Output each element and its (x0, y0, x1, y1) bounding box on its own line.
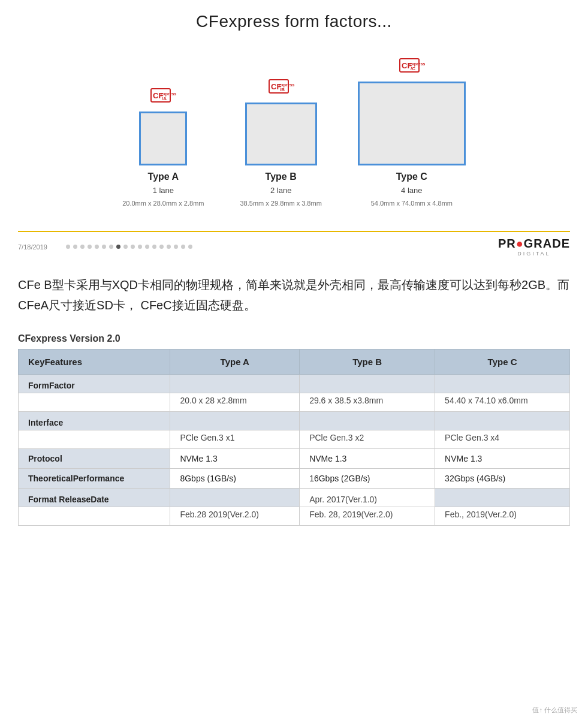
cfexpress-table: KeyFeatures Type A Type B Type C FormFac… (18, 349, 570, 526)
watermark: 值↑ 什么值得买 (529, 704, 581, 716)
table-row-performance: TheoreticalPerformance 8Gbps (1GB/s) 16G… (19, 469, 570, 489)
table-row-formfactor-label: FormFactor (19, 375, 570, 393)
releasedate-type-b: Feb. 28, 2019(Ver.2.0) (300, 507, 435, 526)
releasedate-type-a: Feb.28 2019(Ver.2.0) (170, 507, 300, 526)
interface-b-empty (300, 412, 435, 430)
card-dims-b: 38.5mm x 29.8mm x 3.8mm (240, 200, 322, 207)
cf-logo-c: CF express /C (399, 55, 425, 78)
protocol-type-c: NVMe 1.3 (435, 449, 570, 469)
col-header-type-c: Type C (435, 350, 570, 375)
card-dims-a: 20.0mm x 28.0mm x 2.8mm (122, 200, 204, 207)
releasedate-type-c: Feb., 2019(Ver.2.0) (435, 507, 570, 526)
formfactor-a-empty (170, 375, 300, 393)
formfactor-label: FormFactor (19, 375, 170, 393)
performance-type-a: 8Gbps (1GB/s) (170, 469, 300, 489)
interface-c-empty (435, 412, 570, 430)
dot-16 (174, 245, 178, 249)
dot-11 (138, 245, 142, 249)
svg-text:/B: /B (280, 87, 285, 92)
dot-12 (145, 245, 149, 249)
card-type-b-label: Type B (266, 171, 297, 182)
releasedate-c-empty (435, 489, 570, 507)
formfactor-col0 (19, 393, 170, 412)
table-row-releasedate-label: Format ReleaseDate Apr. 2017(Ver.1.0) (19, 489, 570, 507)
table-section: CFexpress Version 2.0 KeyFeatures Type A… (18, 333, 570, 526)
protocol-type-b: NVMe 1.3 (300, 449, 435, 469)
interface-col0 (19, 430, 170, 449)
releasedate-b-top: Apr. 2017(Ver.1.0) (300, 489, 435, 507)
dot-7 (109, 245, 113, 249)
card-lane-a: 1 lane (153, 186, 174, 195)
progress-dots (60, 245, 498, 249)
card-visual-c (358, 82, 466, 165)
card-visual-a (139, 112, 187, 165)
table-row-interface-label: Interface (19, 412, 570, 430)
dot-9 (123, 245, 128, 249)
diagram-date: 7/18/2019 (18, 243, 60, 251)
protocol-label: Protocol (19, 449, 170, 469)
dot-2 (73, 245, 77, 249)
dot-15 (167, 245, 171, 249)
dot-4 (88, 245, 92, 249)
prograde-sub-text: DIGITAL (498, 251, 570, 257)
bottom-bar: 7/18/2019 PR●GRADE DIGITAL (18, 231, 570, 257)
performance-type-c: 32Gbps (4GB/s) (435, 469, 570, 489)
formfactor-type-b: 29.6 x 38.5 x3.8mm (300, 393, 435, 412)
interface-type-a: PCle Gen.3 x1 (170, 430, 300, 449)
card-type-a-label: Type A (148, 171, 179, 182)
performance-label: TheoreticalPerformance (19, 469, 170, 489)
svg-text:/C: /C (411, 66, 415, 71)
formfactor-type-a: 20.0 x 28 x2.8mm (170, 393, 300, 412)
cf-logo-b: CF express /B (268, 76, 294, 99)
dot-17 (181, 245, 185, 249)
card-type-b: CF express /B Type B 2 lane 38.5mm x 29.… (240, 76, 322, 207)
protocol-type-a: NVMe 1.3 (170, 449, 300, 469)
dot-8 (116, 245, 120, 249)
table-row-releasedate-values: Feb.28 2019(Ver.2.0) Feb. 28, 2019(Ver.2… (19, 507, 570, 526)
card-visual-b (245, 103, 317, 165)
dot-5 (95, 245, 99, 249)
interface-label: Interface (19, 412, 170, 430)
dot-10 (131, 245, 135, 249)
description-text: CFe B型卡采用与XQD卡相同的物理规格，简单来说就是外壳相同，最高传输速度可… (18, 275, 570, 315)
interface-type-c: PCle Gen.3 x4 (435, 430, 570, 449)
page-title: CFexpress form factors... (18, 12, 570, 31)
interface-a-empty (170, 412, 300, 430)
dot-6 (102, 245, 106, 249)
col-header-type-a: Type A (170, 350, 300, 375)
card-type-c: CF express /C Type C 4 lane 54.0mm x 74.… (358, 55, 466, 207)
formfactor-c-empty (435, 375, 570, 393)
releasedate-col0 (19, 507, 170, 526)
dot-14 (159, 245, 164, 249)
card-dims-c: 54.0mm x 74.0mm x 4.8mm (371, 200, 453, 207)
releasedate-a-empty (170, 489, 300, 507)
interface-type-b: PCle Gen.3 x2 (300, 430, 435, 449)
table-row-protocol: Protocol NVMe 1.3 NVMe 1.3 NVMe 1.3 (19, 449, 570, 469)
card-type-a: CF express /A Type A 1 lane 20.0mm x 28.… (122, 85, 204, 207)
releasedate-label: Format ReleaseDate (19, 489, 170, 507)
svg-text:/A: /A (162, 96, 167, 101)
dot-13 (152, 245, 156, 249)
dot-18 (188, 245, 192, 249)
formfactor-type-c: 54.40 x 74.10 x6.0mm (435, 393, 570, 412)
card-type-c-label: Type C (396, 171, 427, 182)
table-title: CFexpress Version 2.0 (18, 333, 570, 344)
performance-type-b: 16Gbps (2GB/s) (300, 469, 435, 489)
card-lane-c: 4 lane (401, 186, 422, 195)
table-row-interface-values: PCle Gen.3 x1 PCle Gen.3 x2 PCle Gen.3 x… (19, 430, 570, 449)
prograde-brand: PR●GRADE DIGITAL (498, 237, 570, 257)
table-row-formfactor-values: 20.0 x 28 x2.8mm 29.6 x 38.5 x3.8mm 54.4… (19, 393, 570, 412)
col-header-type-b: Type B (300, 350, 435, 375)
form-factors-diagram: CF express /A Type A 1 lane 20.0mm x 28.… (18, 49, 570, 219)
dot-1 (66, 245, 70, 249)
formfactor-b-empty (300, 375, 435, 393)
dot-3 (80, 245, 85, 249)
cf-logo-a: CF express /A (150, 85, 176, 108)
prograde-logo-text: PR●GRADE (498, 237, 570, 251)
table-header-row: KeyFeatures Type A Type B Type C (19, 350, 570, 375)
card-lane-b: 2 lane (270, 186, 291, 195)
col-header-features: KeyFeatures (19, 350, 170, 375)
